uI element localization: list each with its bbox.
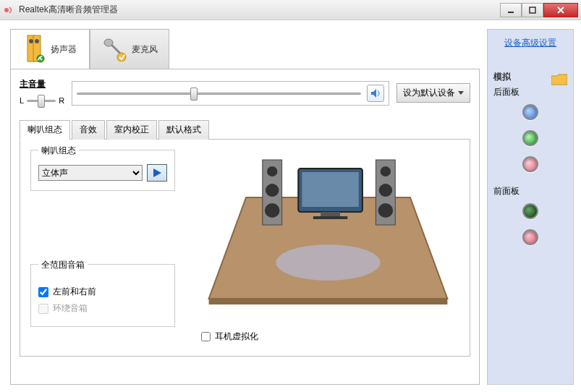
subtab-room[interactable]: 室内校正 <box>106 120 157 140</box>
jack-line-out[interactable] <box>522 130 538 146</box>
full-range-group: 全范围音箱 左前和右前 环绕音箱 <box>30 264 175 327</box>
speaker-config-select[interactable]: 立体声 <box>38 165 143 181</box>
front-lr-checkbox-row[interactable]: 左前和右前 <box>38 286 167 298</box>
svg-marker-13 <box>371 89 376 98</box>
titlebar: Realtek高清晰音频管理器 <box>0 0 581 20</box>
speaker-config-title: 喇叭组态 <box>38 145 79 157</box>
volume-slider[interactable] <box>77 86 361 101</box>
front-panel-label: 前面板 <box>493 185 567 197</box>
svg-point-0 <box>4 8 9 12</box>
svg-point-29 <box>378 203 394 218</box>
speaker-config-group: 喇叭组态 立体声 <box>30 150 175 191</box>
full-range-title: 全范围音箱 <box>38 259 88 271</box>
main-volume-label: 主音量 <box>20 78 64 90</box>
tab-microphone[interactable]: 麦克风 <box>90 29 169 69</box>
advanced-settings-link[interactable]: 设备高级设置 <box>493 37 567 49</box>
svg-point-23 <box>267 166 277 176</box>
room-visualization <box>194 147 462 313</box>
tab-speaker-label: 扬声器 <box>51 43 77 56</box>
balance-slider[interactable] <box>27 93 56 108</box>
svg-rect-21 <box>313 216 347 219</box>
svg-rect-2 <box>530 7 535 13</box>
subtab-format[interactable]: 默认格式 <box>158 120 209 140</box>
headphone-virt-row[interactable]: 耳机虚拟化 <box>201 331 258 343</box>
front-panel-jacks <box>493 203 567 245</box>
chevron-down-icon <box>458 91 464 95</box>
jack-mic[interactable] <box>522 156 538 172</box>
mute-button[interactable] <box>367 85 384 102</box>
right-panel: 设备高级设置 模拟 后面板 前面板 <box>487 29 574 385</box>
back-panel-label: 后面板 <box>493 86 567 98</box>
jack-front-mic[interactable] <box>522 229 538 245</box>
maximize-button[interactable] <box>522 3 543 17</box>
subtab-effects[interactable]: 音效 <box>72 120 105 140</box>
sub-tabs: 喇叭组态 音效 室内校正 默认格式 <box>20 119 470 140</box>
device-tabs: 扬声器 麦克风 <box>10 29 480 69</box>
subtab-config[interactable]: 喇叭组态 <box>20 120 70 140</box>
svg-marker-16 <box>209 299 448 304</box>
balance-block: 主音量 L R <box>20 78 64 108</box>
surround-label: 环绕音箱 <box>53 302 88 315</box>
set-default-label: 设为默认设备 <box>403 87 455 99</box>
back-panel-jacks <box>493 104 567 172</box>
svg-point-9 <box>35 39 39 43</box>
tab-content: 喇叭组态 立体声 <box>20 140 470 357</box>
tab-mic-label: 麦克风 <box>132 43 158 56</box>
jack-front-out[interactable] <box>522 203 538 219</box>
window-title: Realtek高清晰音频管理器 <box>19 4 500 16</box>
tab-speaker[interactable]: 扬声器 <box>10 29 90 69</box>
svg-rect-19 <box>302 172 358 207</box>
surround-checkbox-row: 环绕音箱 <box>38 302 167 315</box>
svg-marker-5 <box>551 74 567 85</box>
front-lr-checkbox[interactable] <box>38 287 48 297</box>
svg-point-8 <box>29 39 33 43</box>
svg-point-24 <box>266 184 279 197</box>
surround-checkbox <box>38 304 48 314</box>
headphone-virt-checkbox[interactable] <box>201 332 211 341</box>
app-icon <box>3 4 14 16</box>
jack-line-in[interactable] <box>522 104 538 120</box>
svg-point-27 <box>381 166 391 176</box>
balance-left-label: L <box>20 96 24 105</box>
balance-right-label: R <box>59 96 64 105</box>
test-play-button[interactable] <box>147 164 167 182</box>
headphone-virt-label: 耳机虚拟化 <box>215 331 258 343</box>
volume-box <box>72 81 389 106</box>
window-buttons <box>500 3 578 17</box>
main-area: 扬声器 麦克风 主音量 L R <box>10 29 480 385</box>
front-lr-label: 左前和右前 <box>53 286 96 298</box>
minimize-button[interactable] <box>500 3 522 17</box>
svg-point-25 <box>265 203 280 218</box>
main-frame: 设备高级设置 模拟 后面板 前面板 扬声器 <box>0 20 581 392</box>
speaker-icon <box>23 34 46 65</box>
folder-icon[interactable] <box>551 73 567 86</box>
microphone-icon <box>101 35 127 64</box>
content-card: 主音量 L R <box>10 69 480 385</box>
volume-row: 主音量 L R <box>20 78 470 108</box>
svg-point-17 <box>276 244 380 281</box>
svg-point-28 <box>379 184 393 197</box>
set-default-button[interactable]: 设为默认设备 <box>396 83 470 103</box>
svg-rect-20 <box>321 212 340 216</box>
close-button[interactable] <box>543 3 578 17</box>
svg-marker-14 <box>153 169 161 177</box>
